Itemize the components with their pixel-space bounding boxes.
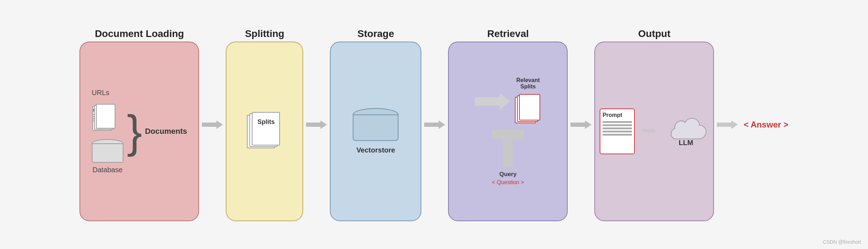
output-section: Output Prompt bbox=[594, 28, 714, 221]
retrieval-box: Relevant Splits Query bbox=[448, 42, 568, 221]
vectorstore-cylinder bbox=[353, 108, 398, 143]
svg-marker-2 bbox=[424, 120, 445, 129]
vectorstore-label: Vectorstore bbox=[356, 146, 395, 154]
svg-marker-5 bbox=[642, 128, 656, 133]
pdf-stack: PDFs bbox=[92, 104, 116, 132]
prompt-card: Prompt bbox=[600, 108, 635, 154]
retrieval-inner: Relevant Splits Query bbox=[456, 77, 560, 186]
arrow-3 bbox=[421, 118, 448, 132]
arrow-4 bbox=[568, 118, 594, 132]
arrow-2 bbox=[303, 118, 330, 132]
db-body bbox=[92, 143, 123, 163]
relevant-splits-stack bbox=[515, 94, 541, 126]
query-label: Query bbox=[499, 171, 517, 178]
doc-loading-section: Document Loading URLs PDFs bbox=[79, 28, 199, 221]
arrow-1-svg bbox=[202, 118, 223, 132]
prompt-line-2 bbox=[602, 124, 632, 126]
retrieval-top-area: Relevant Splits bbox=[475, 77, 541, 126]
diagram: Document Loading URLs PDFs bbox=[0, 0, 868, 249]
vs-body bbox=[353, 114, 398, 141]
storage-box: Vectorstore bbox=[330, 42, 421, 221]
doc-loading-content: URLs PDFs bbox=[92, 57, 187, 205]
t-vertical bbox=[503, 139, 513, 167]
output-title: Output bbox=[638, 28, 671, 39]
splitting-title: Splitting bbox=[245, 28, 284, 39]
svg-marker-6 bbox=[717, 120, 738, 129]
doc-loading-title: Document Loading bbox=[95, 28, 184, 39]
doc-loading-box: URLs PDFs bbox=[79, 42, 199, 221]
question-text: < Question > bbox=[492, 179, 524, 186]
doc-left-items: URLs PDFs bbox=[92, 89, 123, 174]
prompt-line-4 bbox=[602, 131, 632, 132]
documents-label: Documents bbox=[145, 127, 187, 136]
storage-section: Storage Vectorstore bbox=[330, 28, 421, 221]
splits-label: Splits bbox=[252, 118, 280, 126]
rel-page-3 bbox=[519, 94, 540, 120]
database-row: Database bbox=[92, 139, 123, 174]
svg-marker-3 bbox=[475, 93, 510, 110]
urls-label: URLs bbox=[92, 89, 109, 97]
prompt-line-1 bbox=[602, 121, 632, 123]
split-page-3 bbox=[252, 112, 280, 145]
llm-label: LLM bbox=[679, 139, 693, 147]
watermark: CSDN @fireshort bbox=[823, 239, 861, 245]
answer-arrow bbox=[714, 118, 741, 132]
arrow-1 bbox=[199, 118, 226, 132]
t-shape bbox=[492, 129, 524, 167]
storage-title: Storage bbox=[357, 28, 394, 39]
brace-docs-group: } Documents bbox=[127, 108, 187, 154]
prompt-line-3 bbox=[602, 127, 632, 129]
t-horizontal bbox=[492, 129, 524, 139]
splitting-section: Splitting Splits bbox=[226, 28, 303, 221]
splits-icon: Splits bbox=[247, 112, 282, 151]
query-section: Query < Question > bbox=[492, 171, 524, 186]
answer-arrow-svg bbox=[717, 118, 738, 132]
database-label: Database bbox=[92, 166, 123, 174]
output-content: Prompt LLM bbox=[600, 108, 709, 154]
relevant-splits-label: Relevant Splits bbox=[516, 77, 540, 90]
relevant-splits-group: Relevant Splits bbox=[515, 77, 541, 126]
prompt-line-5 bbox=[602, 134, 632, 136]
retrieval-title: Retrieval bbox=[487, 28, 529, 39]
answer-section: < Answer > bbox=[743, 120, 788, 130]
arrow-3-svg bbox=[424, 118, 445, 132]
answer-text: < Answer > bbox=[743, 120, 788, 130]
arrow-4-svg bbox=[570, 118, 592, 132]
output-inner-arrow bbox=[642, 126, 656, 137]
brace-icon: } bbox=[127, 108, 142, 154]
arrow-2-svg bbox=[306, 118, 327, 132]
prompt-title: Prompt bbox=[602, 112, 632, 118]
svg-marker-0 bbox=[202, 120, 223, 129]
retrieval-arrow-svg bbox=[475, 91, 510, 112]
llm-cloud: LLM bbox=[663, 116, 709, 147]
output-box: Prompt LLM bbox=[594, 42, 714, 221]
output-inner-arrow-svg bbox=[642, 126, 656, 136]
vectorstore-wrap: Vectorstore bbox=[353, 108, 398, 154]
svg-marker-4 bbox=[570, 120, 592, 129]
database-cylinder bbox=[92, 139, 123, 164]
pdf-page-3 bbox=[96, 104, 115, 129]
retrieval-section: Retrieval Relevant Splits bbox=[448, 28, 568, 221]
urls-row: URLs bbox=[92, 89, 109, 97]
svg-marker-1 bbox=[306, 120, 327, 129]
splitting-box: Splits bbox=[226, 42, 303, 221]
